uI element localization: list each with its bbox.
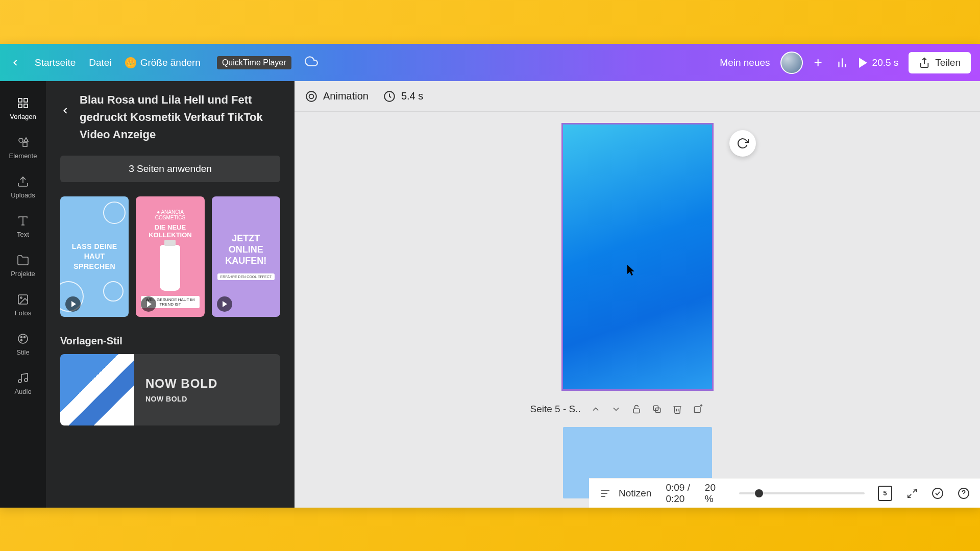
panel-back-button[interactable]: [60, 104, 70, 118]
svg-point-15: [20, 297, 22, 298]
help-button[interactable]: [957, 487, 970, 500]
check-button[interactable]: [932, 487, 944, 500]
page-count-button[interactable]: 5: [878, 486, 893, 501]
page-up-button[interactable]: [590, 404, 601, 415]
nav-photos[interactable]: Fotos: [0, 287, 46, 323]
zoom-level[interactable]: 20 %: [705, 482, 726, 505]
top-bar: Startseite Datei 👑 Größe ändern QuickTim…: [0, 44, 980, 81]
playback-time: 0:09 / 0:20: [666, 482, 690, 505]
crown-icon: 👑: [125, 57, 136, 68]
play-icon: [141, 296, 156, 312]
svg-line-36: [913, 489, 916, 492]
nav-templates[interactable]: Vorlagen: [0, 90, 46, 127]
fullscreen-button[interactable]: [905, 487, 918, 500]
svg-rect-5: [24, 98, 28, 102]
svg-marker-10: [24, 138, 28, 141]
add-member-button[interactable]: +: [811, 56, 825, 70]
animation-button[interactable]: Animation: [305, 90, 369, 103]
style-swatch: [60, 354, 134, 425]
play-icon: [65, 296, 81, 312]
resize-menu[interactable]: 👑 Größe ändern: [125, 57, 201, 68]
svg-rect-6: [18, 104, 22, 108]
template-title: Blau Rosa und Lila Hell und Fett gedruck…: [80, 91, 280, 143]
lock-page-button[interactable]: [631, 404, 642, 415]
svg-point-38: [933, 488, 943, 498]
nav-audio[interactable]: Audio: [0, 365, 46, 402]
svg-point-16: [18, 334, 28, 343]
canvas-toolbar: Animation 5.4 s: [295, 81, 980, 112]
home-link[interactable]: Startseite: [35, 57, 76, 68]
refresh-canvas-button[interactable]: [729, 130, 756, 157]
page-controls: Seite 5 - S..: [530, 404, 745, 415]
svg-point-23: [306, 91, 316, 102]
svg-point-8: [19, 138, 23, 142]
document-title[interactable]: Mein neues: [720, 57, 770, 68]
file-menu[interactable]: Datei: [89, 57, 111, 68]
svg-rect-30: [694, 407, 700, 413]
add-page-button[interactable]: [692, 404, 703, 415]
nav-uploads[interactable]: Uploads: [0, 169, 46, 205]
share-button[interactable]: Teilen: [909, 52, 971, 73]
duration-label: 20.5 s: [872, 57, 899, 68]
present-button[interactable]: 20.5 s: [859, 57, 899, 68]
side-nav: Vorlagen Elemente Uploads Text Projekte …: [0, 81, 46, 508]
user-avatar[interactable]: [780, 52, 803, 74]
duplicate-page-button[interactable]: [651, 404, 663, 415]
style-section-title: Vorlagen-Stil: [60, 335, 280, 347]
template-page-thumb-2[interactable]: ● ANANCIA COSMETICS DIE NEUE KOLLEKTION …: [136, 196, 204, 317]
style-subtitle: NOW BOLD: [145, 395, 217, 403]
bottom-bar: Notizen 0:09 / 0:20 20 % 5: [589, 478, 980, 508]
template-page-thumb-3[interactable]: JETZT ONLINE KAUFEN! ERFAHRE DEN COOL EF…: [212, 196, 280, 317]
nav-styles[interactable]: Stile: [0, 326, 46, 362]
svg-rect-9: [23, 142, 27, 146]
play-icon: [859, 58, 867, 68]
template-page-thumb-1[interactable]: LASS DEINE HAUT SPRECHEN: [60, 196, 129, 317]
delete-page-button[interactable]: [672, 404, 683, 415]
page-down-button[interactable]: [610, 404, 622, 415]
canvas-body[interactable]: Seite 5 - S..: [295, 112, 980, 508]
svg-marker-26: [627, 265, 634, 276]
page-canvas[interactable]: [561, 123, 714, 391]
play-icon: [217, 296, 232, 312]
svg-rect-4: [18, 98, 22, 102]
svg-rect-7: [24, 104, 28, 108]
quicktime-badge: QuickTime Player: [217, 56, 291, 69]
duration-button[interactable]: 5.4 s: [383, 90, 423, 103]
notes-button[interactable]: Notizen: [599, 487, 651, 499]
canvas-area: Animation 5.4 s Seite 5 - S..: [295, 81, 980, 508]
svg-point-20: [18, 380, 21, 383]
template-panel: Blau Rosa und Lila Hell und Fett gedruck…: [46, 81, 295, 508]
svg-rect-27: [633, 409, 640, 413]
template-style-card[interactable]: NOW BOLD NOW BOLD: [60, 354, 280, 425]
insights-icon[interactable]: [836, 56, 849, 69]
style-title: NOW BOLD: [145, 377, 217, 391]
back-button[interactable]: [9, 57, 21, 69]
nav-text[interactable]: Text: [0, 208, 46, 244]
svg-point-17: [21, 337, 22, 338]
svg-point-18: [24, 337, 26, 338]
nav-elements[interactable]: Elemente: [0, 130, 46, 166]
svg-point-21: [24, 379, 28, 382]
page-label[interactable]: Seite 5 - S..: [530, 404, 581, 415]
zoom-slider[interactable]: [739, 492, 865, 494]
svg-line-37: [908, 494, 911, 497]
cloud-sync-icon[interactable]: [305, 55, 318, 70]
svg-point-19: [21, 340, 22, 341]
apply-all-pages-button[interactable]: 3 Seiten anwenden: [60, 156, 280, 182]
nav-projects[interactable]: Projekte: [0, 247, 46, 284]
svg-point-24: [309, 94, 314, 98]
